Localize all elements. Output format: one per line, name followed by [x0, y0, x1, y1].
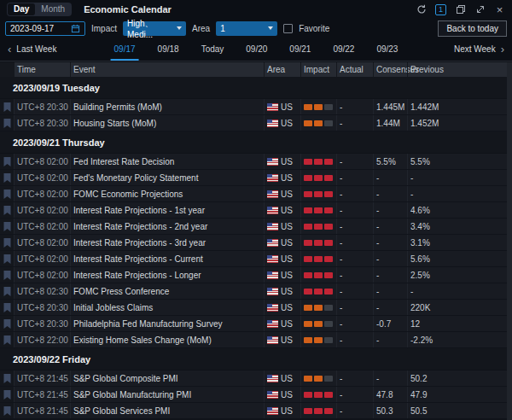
actual-value: -: [336, 99, 373, 114]
bookmark-icon[interactable]: [3, 222, 11, 231]
event-row[interactable]: UTC+8 02:00Fed's Monetary Policy Stateme…: [0, 170, 507, 186]
us-flag-icon: [267, 120, 278, 127]
actual-value: -: [336, 251, 373, 266]
close-icon[interactable]: ×: [494, 4, 505, 15]
bookmark-icon[interactable]: [3, 206, 11, 215]
bookmark-icon[interactable]: [3, 335, 11, 345]
last-week-button[interactable]: ‹ Last Week: [8, 44, 56, 54]
refresh-icon[interactable]: [416, 4, 427, 15]
consensus-value: -: [373, 300, 407, 315]
impact-indicator: [300, 219, 336, 234]
actual-value: -: [336, 186, 373, 201]
event-time: UTC+8 02:00: [14, 170, 70, 185]
actual-value: -: [336, 115, 373, 131]
event-row[interactable]: UTC+8 02:30FOMC Press ConferenceUS---: [0, 283, 507, 300]
impact-indicator: [300, 235, 336, 250]
vertical-scrollbar[interactable]: [507, 62, 512, 420]
impact-indicator: [300, 387, 336, 402]
area-code: US: [281, 287, 293, 296]
tab-month[interactable]: Month: [35, 3, 71, 15]
event-row[interactable]: UTC+8 20:30Initial Jobless ClaimsUS--220…: [0, 300, 507, 316]
event-row[interactable]: UTC+8 02:00FOMC Economic ProjectionsUS--…: [0, 186, 507, 202]
back-to-today-button[interactable]: Back to today: [438, 20, 507, 37]
tab-day[interactable]: Day: [8, 3, 35, 15]
event-area: US: [264, 115, 300, 131]
event-row[interactable]: UTC+8 21:45S&P Global Composite PMIUS--5…: [0, 370, 507, 387]
expand-icon[interactable]: [474, 4, 486, 15]
column-header-area: Area: [264, 62, 300, 77]
impact-dropdown[interactable]: High、Medi...: [123, 21, 186, 36]
event-row[interactable]: UTC+8 20:30Housing Starts (MoM)US-1.44M1…: [0, 115, 507, 131]
impact-filter-label: Impact: [91, 24, 117, 33]
week-day-09-20[interactable]: 09/20: [246, 38, 267, 61]
us-flag-icon: [267, 207, 278, 214]
event-name: S&P Global Composite PMI: [70, 370, 264, 386]
event-name: Building Permits (MoM): [70, 99, 264, 114]
window-count-icon[interactable]: 1: [435, 4, 446, 15]
area-dropdown[interactable]: 1: [216, 21, 277, 36]
event-row[interactable]: UTC+8 02:00Interest Rate Projections - 1…: [0, 202, 507, 219]
actual-value: -: [336, 300, 373, 315]
actual-value: -: [336, 154, 373, 169]
event-row[interactable]: UTC+8 21:45S&P Global Services PMIUS-50.…: [0, 403, 507, 419]
week-day-09-17[interactable]: 09/17: [114, 38, 136, 61]
event-name: Existing Home Sales Change (MoM): [70, 332, 264, 347]
bookmark-icon[interactable]: [3, 102, 11, 112]
bookmark-icon[interactable]: [3, 319, 11, 329]
bookmark-cell: [0, 403, 14, 418]
previous-value: 47.9: [407, 387, 507, 402]
bookmark-icon[interactable]: [3, 374, 11, 383]
bookmark-icon[interactable]: [3, 119, 11, 128]
previous-value: -: [407, 170, 507, 185]
bookmark-icon[interactable]: [3, 254, 11, 264]
consensus-value: -: [373, 370, 407, 386]
event-row[interactable]: UTC+8 22:00Existing Home Sales Change (M…: [0, 332, 507, 348]
bookmark-icon[interactable]: [3, 303, 11, 312]
column-header-previous: Previous: [407, 62, 507, 77]
event-row[interactable]: UTC+8 02:00Interest Rate Projections - 2…: [0, 219, 507, 235]
date-picker[interactable]: 2023-09-17: [5, 21, 85, 36]
week-day-09-23[interactable]: 09/23: [376, 38, 398, 61]
previous-value: 5.5%: [407, 154, 507, 169]
bookmark-icon[interactable]: [3, 173, 11, 183]
impact-indicator: [300, 154, 336, 169]
impact-indicator: [300, 283, 336, 299]
event-row[interactable]: UTC+8 02:00Interest Rate Projections - 3…: [0, 235, 507, 251]
week-day-today[interactable]: Today: [201, 38, 224, 61]
week-day-09-18[interactable]: 09/18: [158, 38, 179, 61]
bookmark-icon[interactable]: [3, 238, 11, 248]
event-row[interactable]: UTC+8 02:00Fed Interest Rate DecisionUS-…: [0, 154, 507, 170]
duplicate-icon[interactable]: [455, 4, 466, 15]
event-row[interactable]: UTC+8 20:30Building Permits (MoM)US-1.44…: [0, 99, 507, 115]
bookmark-icon[interactable]: [3, 271, 11, 280]
bookmark-icon[interactable]: [3, 390, 11, 400]
area-dropdown-value: 1: [220, 24, 225, 33]
calendar-table: TimeEventAreaImpactActualConsensusPrevio…: [0, 62, 507, 420]
chevron-down-icon: [268, 26, 273, 30]
us-flag-icon: [267, 391, 278, 399]
event-area: US: [264, 403, 300, 418]
event-row[interactable]: UTC+8 20:30Philadelphia Fed Manufacturin…: [0, 316, 507, 332]
area-code: US: [281, 390, 293, 400]
bookmark-cell: [0, 283, 14, 299]
bookmark-icon[interactable]: [3, 157, 11, 166]
us-flag-icon: [267, 271, 278, 279]
event-name: Interest Rate Projections - Current: [70, 251, 264, 266]
next-week-button[interactable]: Next Week ›: [454, 44, 504, 54]
consensus-value: 50.3: [373, 403, 407, 418]
bookmark-icon[interactable]: [3, 190, 11, 199]
impact-indicator: [300, 403, 336, 418]
week-day-09-22[interactable]: 09/22: [333, 38, 354, 61]
previous-value: 1.452M: [407, 115, 507, 131]
impact-high-icon: [304, 175, 333, 181]
event-row[interactable]: UTC+8 21:45S&P Global Manufacturing PMIU…: [0, 387, 507, 403]
bookmark-icon[interactable]: [3, 287, 11, 296]
event-row[interactable]: UTC+8 02:00Interest Rate Projections - L…: [0, 267, 507, 283]
impact-high-icon: [304, 207, 333, 213]
week-day-09-21[interactable]: 09/21: [289, 38, 311, 61]
bookmark-icon[interactable]: [3, 406, 11, 416]
event-area: US: [264, 170, 300, 185]
favorite-checkbox[interactable]: [283, 24, 293, 33]
event-row[interactable]: UTC+8 02:00Interest Rate Projections - C…: [0, 251, 507, 267]
area-code: US: [281, 173, 293, 183]
